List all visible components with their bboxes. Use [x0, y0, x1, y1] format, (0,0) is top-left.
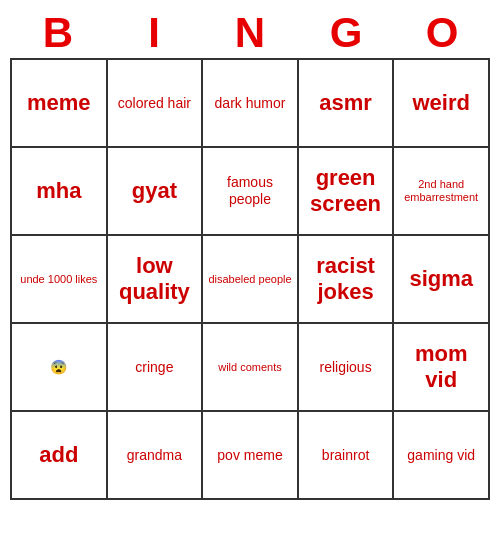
bingo-cell[interactable]: sigma	[394, 236, 490, 324]
bingo-grid: memecolored hairdark humorasmrweirdmhagy…	[10, 58, 490, 500]
letter-g: G	[302, 10, 390, 56]
bingo-cell[interactable]: 2nd hand embarrestment	[394, 148, 490, 236]
bingo-cell[interactable]: pov meme	[203, 412, 299, 500]
bingo-cell[interactable]: mom vid	[394, 324, 490, 412]
bingo-cell[interactable]: weird	[394, 60, 490, 148]
bingo-cell[interactable]: religious	[299, 324, 395, 412]
bingo-cell[interactable]: brainrot	[299, 412, 395, 500]
bingo-cell[interactable]: green screen	[299, 148, 395, 236]
bingo-header: B I N G O	[10, 10, 490, 56]
letter-o: O	[398, 10, 486, 56]
bingo-cell[interactable]: colored hair	[108, 60, 204, 148]
letter-b: B	[14, 10, 102, 56]
bingo-cell[interactable]: gaming vid	[394, 412, 490, 500]
bingo-cell[interactable]: unde 1000 likes	[12, 236, 108, 324]
bingo-cell[interactable]: famous people	[203, 148, 299, 236]
bingo-cell[interactable]: 😨	[12, 324, 108, 412]
bingo-cell[interactable]: cringe	[108, 324, 204, 412]
bingo-container: B I N G O memecolored hairdark humorasmr…	[10, 10, 490, 500]
bingo-cell[interactable]: low quality	[108, 236, 204, 324]
bingo-cell[interactable]: racist jokes	[299, 236, 395, 324]
letter-i: I	[110, 10, 198, 56]
bingo-cell[interactable]: mha	[12, 148, 108, 236]
bingo-cell[interactable]: gyat	[108, 148, 204, 236]
bingo-cell[interactable]: asmr	[299, 60, 395, 148]
bingo-cell[interactable]: meme	[12, 60, 108, 148]
bingo-cell[interactable]: dark humor	[203, 60, 299, 148]
bingo-cell[interactable]: wild coments	[203, 324, 299, 412]
letter-n: N	[206, 10, 294, 56]
bingo-cell[interactable]: grandma	[108, 412, 204, 500]
bingo-cell[interactable]: disabeled people	[203, 236, 299, 324]
bingo-cell[interactable]: add	[12, 412, 108, 500]
